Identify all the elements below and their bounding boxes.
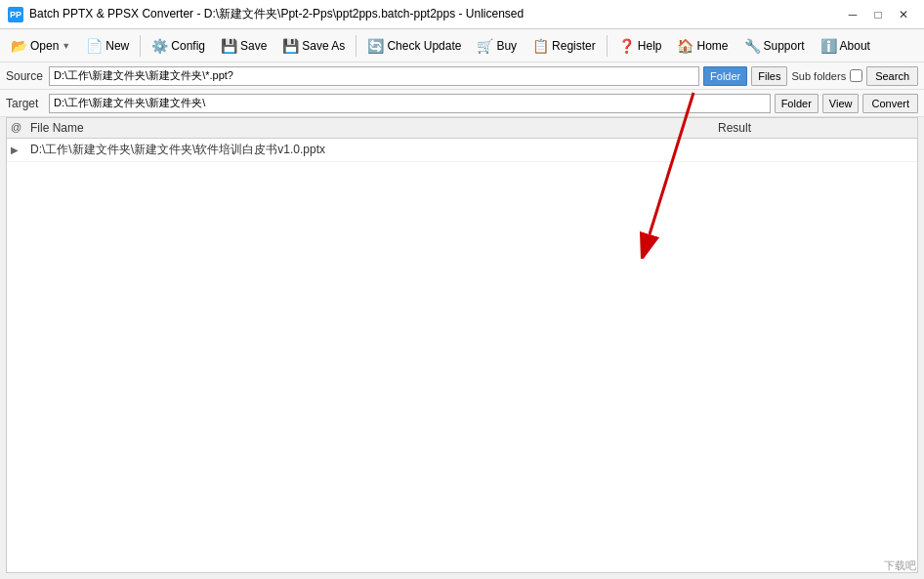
menu-about-label: About	[840, 39, 870, 53]
menu-buy[interactable]: 🛒 Buy	[470, 34, 524, 58]
menu-save-as-label: Save As	[302, 39, 345, 53]
menu-open-label: Open	[30, 39, 59, 53]
source-folder-button[interactable]: Folder	[703, 66, 747, 86]
home-icon: 🏠	[677, 38, 693, 54]
file-name: D:\工作\新建文件夹\新建文件夹\软件培训白皮书v1.0.pptx	[30, 142, 718, 158]
col-result-header: Result	[718, 121, 913, 135]
save-as-icon: 💾	[282, 38, 299, 54]
title-bar-left: PP Batch PPTX & PPSX Converter - D:\新建文件…	[8, 6, 524, 22]
menu-check-update-label: Check Update	[387, 39, 461, 53]
menu-buy-label: Buy	[496, 39, 517, 53]
menu-save[interactable]: 💾 Save	[214, 34, 273, 58]
menu-home[interactable]: 🏠 Home	[670, 34, 735, 58]
window-title: Batch PPTX & PPSX Converter - D:\新建文件夹\P…	[29, 6, 524, 22]
menu-support[interactable]: 🔧 Support	[737, 34, 812, 58]
help-icon: ❓	[618, 38, 635, 54]
file-list-header: @ File Name Result	[7, 118, 917, 139]
new-icon: 📄	[86, 38, 103, 54]
col-filename-header: File Name	[30, 121, 718, 135]
menu-bar: 📂 Open ▼ 📄 New ⚙️ Config 💾 Save 💾 Save A…	[0, 29, 924, 62]
menu-save-label: Save	[240, 39, 267, 53]
buy-icon: 🛒	[477, 38, 493, 54]
menu-config-label: Config	[171, 39, 205, 53]
menu-register[interactable]: 📋 Register	[525, 34, 603, 58]
table-row: ▶ D:\工作\新建文件夹\新建文件夹\软件培训白皮书v1.0.pptx	[7, 139, 917, 162]
open-dropdown-icon: ▼	[62, 41, 70, 51]
menu-save-as[interactable]: 💾 Save As	[275, 34, 352, 58]
convert-button[interactable]: Convert	[862, 94, 918, 113]
menu-register-label: Register	[552, 39, 596, 53]
title-bar-controls: ─ □ ✕	[840, 4, 916, 25]
source-files-button[interactable]: Files	[751, 66, 787, 86]
save-icon: 💾	[221, 38, 237, 54]
separator-2	[356, 35, 357, 57]
menu-help[interactable]: ❓ Help	[611, 34, 669, 58]
title-bar: PP Batch PPTX & PPSX Converter - D:\新建文件…	[0, 0, 924, 29]
expand-icon[interactable]: ▶	[11, 145, 30, 155]
separator-3	[607, 35, 608, 57]
main-area: @ File Name Result ▶ D:\工作\新建文件夹\新建文件夹\软…	[0, 117, 924, 579]
app-icon: PP	[8, 7, 23, 22]
open-icon: 📂	[11, 38, 27, 54]
maximize-button[interactable]: □	[865, 4, 891, 25]
separator-1	[140, 35, 141, 57]
menu-check-update[interactable]: 🔄 Check Update	[360, 34, 468, 58]
source-row: Source Folder Files Sub folders Search	[0, 62, 924, 90]
target-path-input[interactable]	[49, 94, 771, 113]
watermark: 下载吧	[884, 558, 916, 573]
menu-about[interactable]: ℹ️ About	[814, 34, 877, 58]
menu-new[interactable]: 📄 New	[79, 34, 136, 58]
sub-folders-checkbox[interactable]	[850, 69, 862, 82]
update-icon: 🔄	[367, 38, 384, 54]
menu-new-label: New	[105, 39, 129, 53]
target-label: Target	[6, 97, 45, 110]
source-path-input[interactable]	[49, 66, 699, 86]
target-view-button[interactable]: View	[822, 94, 860, 113]
config-icon: ⚙️	[151, 38, 168, 54]
search-button[interactable]: Search	[866, 66, 918, 86]
register-icon: 📋	[532, 38, 549, 54]
minimize-button[interactable]: ─	[840, 4, 865, 25]
menu-home-label: Home	[696, 39, 728, 53]
target-row: Target Folder View Convert	[0, 90, 924, 117]
menu-support-label: Support	[764, 39, 805, 53]
support-icon: 🔧	[744, 38, 761, 54]
menu-help-label: Help	[638, 39, 662, 53]
sub-folders-label: Sub folders	[791, 70, 846, 82]
close-button[interactable]: ✕	[891, 4, 916, 25]
source-label: Source	[6, 69, 45, 83]
target-folder-button[interactable]: Folder	[775, 94, 819, 113]
menu-open[interactable]: 📂 Open ▼	[4, 34, 77, 58]
file-list-container: @ File Name Result ▶ D:\工作\新建文件夹\新建文件夹\软…	[6, 117, 918, 573]
col-num-header: @	[11, 121, 30, 135]
menu-config[interactable]: ⚙️ Config	[145, 34, 212, 58]
about-icon: ℹ️	[820, 38, 837, 54]
